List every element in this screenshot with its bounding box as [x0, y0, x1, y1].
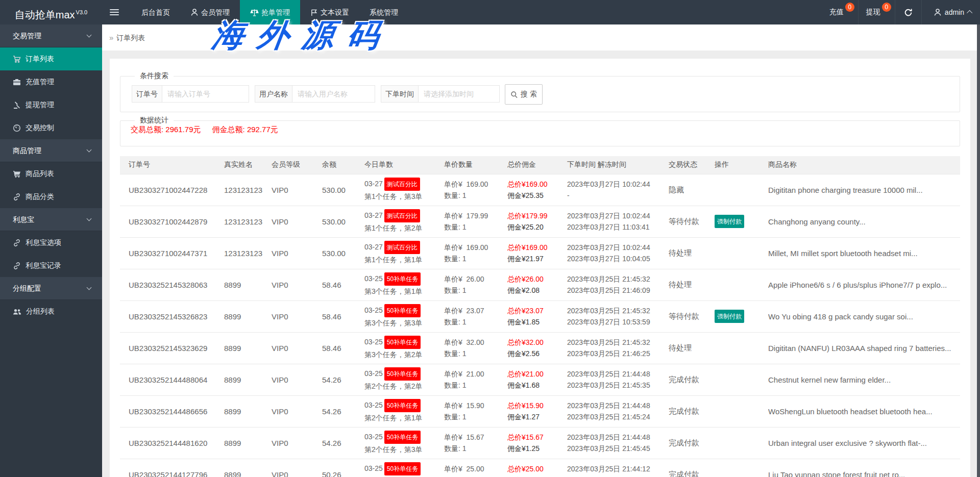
- sidebar-item[interactable]: 订单列表: [0, 47, 102, 70]
- sidebar-item-label: 利息宝记录: [26, 254, 61, 277]
- sidebar-group-4[interactable]: 分组配置: [0, 277, 102, 300]
- sidebar: 交易管理订单列表充值管理提现管理交易控制商品管理商品列表商品分类利息宝利息宝选项…: [0, 24, 102, 477]
- balance-cell: 530.00: [322, 206, 364, 237]
- recharge-button[interactable]: 充值0: [822, 0, 858, 24]
- sidebar-item[interactable]: 商品列表: [0, 162, 102, 185]
- admin-menu[interactable]: admin: [922, 0, 980, 24]
- sidebar-item[interactable]: 分组列表: [0, 300, 102, 323]
- name-cell: 8899: [224, 459, 272, 477]
- column-header: 今日单数: [364, 156, 444, 174]
- task-badge: 50补单任务: [384, 431, 421, 444]
- price-qty-cell: 单价¥ 179.99数量: 1: [444, 206, 507, 237]
- sidebar-item[interactable]: 利息宝选项: [0, 231, 102, 254]
- nav-item-1[interactable]: 后台首页: [131, 0, 180, 24]
- breadcrumb-arrow-icon: »: [109, 33, 113, 42]
- sidebar-group-label: 利息宝: [13, 215, 34, 223]
- withdraw-button[interactable]: 提现0: [859, 0, 895, 24]
- sidebar-item-label: 订单列表: [26, 47, 54, 70]
- nav-item-3[interactable]: 抢单管理: [240, 0, 300, 24]
- total-comm-cell: 总价¥21.00佣金¥1.68: [507, 364, 567, 395]
- sidebar-item[interactable]: 充值管理: [0, 70, 102, 93]
- total-comm-cell: 总价¥23.07佣金¥1.85: [507, 300, 567, 332]
- action-cell: [715, 459, 768, 477]
- total-comm-cell: 总价¥169.00佣金¥25.35: [507, 174, 567, 206]
- app-logo: 自动抢单maxV3.0: [0, 0, 102, 24]
- table-row: UB23032521453280638899VIP058.4603-2550补单…: [120, 269, 960, 300]
- level-cell: VIP0: [272, 395, 322, 427]
- sidebar-group-1[interactable]: 交易管理: [0, 24, 102, 47]
- order-no-field: 订单号: [132, 85, 249, 103]
- nav-item-5[interactable]: 系统管理: [359, 0, 408, 24]
- action-cell: [715, 269, 768, 300]
- scales-icon: [250, 8, 259, 17]
- nav-item-2[interactable]: 会员管理: [180, 0, 240, 24]
- sidebar-item-label: 分组列表: [26, 300, 55, 323]
- action-cell: [715, 364, 768, 395]
- time-cell: 2023年03月25日 21:45:322023年03月25日 21:46:25: [567, 332, 669, 364]
- chevron-up-icon: [967, 10, 972, 16]
- task-badge: 50补单任务: [384, 336, 421, 349]
- price-qty-cell: 单价¥ 21.00数量: 1: [444, 364, 507, 395]
- top-navbar: 自动抢单maxV3.0 后台首页会员管理抢单管理文本设置系统管理 充值0 提现0…: [0, 0, 980, 24]
- total-comm-cell: 总价¥15.67佣金¥1.25: [507, 427, 567, 459]
- status-cell: 等待付款: [669, 300, 715, 332]
- task-badge: 50补单任务: [384, 462, 421, 475]
- status-cell: 等待付款: [669, 206, 715, 237]
- name-cell: 8899: [224, 300, 272, 332]
- name-cell: 8899: [224, 427, 272, 459]
- product-cell: Millet, MI millet sport bluetooth headse…: [768, 237, 960, 269]
- nav-item-4[interactable]: 文本设置: [300, 0, 359, 24]
- product-cell: Liu Tao yunnan stone forest fruit net ro…: [768, 459, 960, 477]
- product-cell: Changhong anyang county...: [768, 206, 960, 237]
- status-cell: 隐藏: [669, 174, 715, 206]
- search-button[interactable]: 搜 索: [505, 84, 543, 105]
- sidebar-item[interactable]: 提现管理: [0, 93, 102, 116]
- total-comm-cell: 总价¥32.00佣金¥2.56: [507, 332, 567, 364]
- level-cell: VIP0: [272, 174, 322, 206]
- level-cell: VIP0: [272, 269, 322, 300]
- table-row: UB23032521453268238899VIP058.4603-2550补单…: [120, 300, 960, 332]
- time-cell: 2023年03月25日 21:44:482023年03月25日 21:45:35: [567, 364, 669, 395]
- sidebar-item[interactable]: 利息宝记录: [0, 254, 102, 277]
- order-no-input[interactable]: [162, 85, 249, 103]
- stats-legend: 数据统计: [135, 116, 174, 125]
- sidebar-item[interactable]: 交易控制: [0, 116, 102, 139]
- scrollbar[interactable]: [977, 24, 980, 477]
- username-label: 用户名称: [255, 85, 292, 103]
- order-time-input[interactable]: [418, 85, 500, 103]
- order-no-cell: UB2303252144127796: [120, 459, 224, 477]
- sidebar-group-2[interactable]: 商品管理: [0, 139, 102, 162]
- order-no-cell: UB2303252144486656: [120, 395, 224, 427]
- table-row: UB2303271002442879123123123VIP0530.0003-…: [120, 206, 960, 237]
- wallet-icon: [13, 78, 21, 86]
- name-cell: 123123123: [224, 237, 272, 269]
- orders-table: 订单号真实姓名会员等级余额今日单数单价数量总价佣金下单时间 解冻时间交易状态操作…: [120, 156, 960, 477]
- search-icon: [510, 91, 518, 98]
- sidebar-group-3[interactable]: 利息宝: [0, 208, 102, 231]
- total-amount: 交易总额: 2961.79元: [131, 125, 201, 134]
- menu-toggle-icon[interactable]: [110, 9, 119, 16]
- action-cell: [715, 237, 768, 269]
- column-header: 下单时间 解冻时间: [567, 156, 669, 174]
- force-pay-button[interactable]: 强制付款: [715, 310, 744, 323]
- name-cell: 8899: [224, 332, 272, 364]
- username-input[interactable]: [292, 85, 375, 103]
- order-time-label: 下单时间: [381, 85, 418, 103]
- day-count-cell: 03-2550补单任务第3个任务，第3单: [364, 300, 444, 332]
- total-comm-cell: 总价¥26.00佣金¥2.08: [507, 269, 567, 300]
- search-fieldset: 条件搜索 订单号 用户名称 下单时间 搜 索: [120, 71, 960, 112]
- sidebar-item[interactable]: 商品分类: [0, 185, 102, 208]
- main-content: »订单列表 条件搜索 订单号 用户名称 下单时间 搜 索: [102, 24, 977, 477]
- price-qty-cell: 单价¥ 169.00数量: 1: [444, 174, 507, 206]
- table-row: UB23032521444816208899VIP054.2603-2550补单…: [120, 427, 960, 459]
- column-header: 余额: [322, 156, 364, 174]
- main-menu: 后台首页会员管理抢单管理文本设置系统管理: [131, 0, 408, 24]
- sidebar-item-label: 充值管理: [26, 70, 54, 93]
- order-no-cell: UB2303252145326823: [120, 300, 224, 332]
- table-header-row: 订单号真实姓名会员等级余额今日单数单价数量总价佣金下单时间 解冻时间交易状态操作…: [120, 156, 960, 174]
- force-pay-button[interactable]: 强制付款: [715, 215, 744, 228]
- column-header: 商品名称: [768, 156, 960, 174]
- chevron-down-icon: [87, 147, 92, 153]
- refresh-icon: [904, 8, 913, 17]
- refresh-button[interactable]: [895, 0, 921, 24]
